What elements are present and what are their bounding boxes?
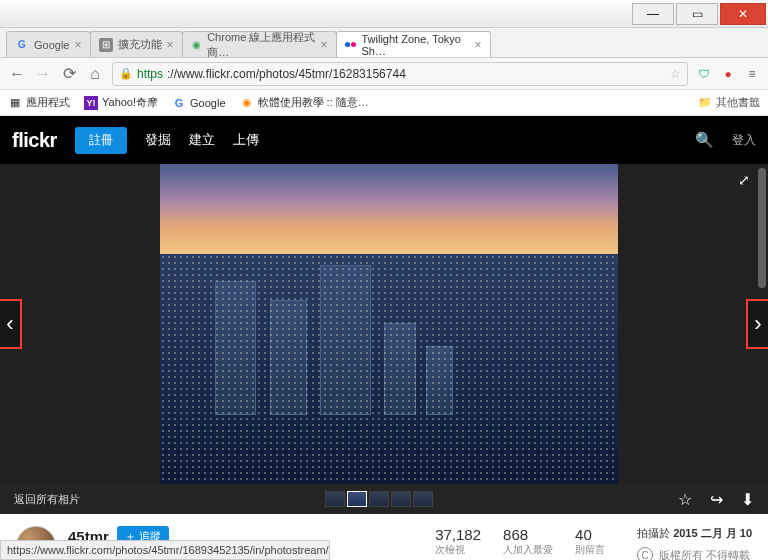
- bookmark-yahoo[interactable]: Y! Yahoo!奇摩: [84, 95, 158, 110]
- url-path: ://www.flickr.com/photos/45tmr/162831567…: [167, 67, 406, 81]
- copyright-icon: C: [637, 547, 653, 560]
- window-minimize-button[interactable]: —: [632, 3, 674, 25]
- browser-toolbar: ← → ⟳ ⌂ 🔒 https://www.flickr.com/photos/…: [0, 58, 768, 90]
- faves-count: 868: [503, 526, 553, 543]
- reload-button[interactable]: ⟳: [60, 64, 78, 83]
- extension-shield-icon[interactable]: 🛡: [696, 66, 712, 82]
- comments-label: 則留言: [575, 543, 605, 557]
- search-icon[interactable]: 🔍: [695, 131, 714, 149]
- forward-button[interactable]: →: [34, 65, 52, 83]
- login-link[interactable]: 登入: [732, 132, 756, 149]
- bookmarks-bar: ▦ 應用程式 Y! Yahoo!奇摩 G Google ◉ 軟體使用教學 :: …: [0, 90, 768, 116]
- next-photo-button[interactable]: ›: [746, 299, 768, 349]
- other-bookmarks-label: 其他書籤: [716, 95, 760, 110]
- bookmark-tutorial[interactable]: ◉ 軟體使用教學 :: 隨意…: [240, 95, 369, 110]
- tab-close-icon[interactable]: ×: [74, 38, 81, 52]
- flickr-header: flickr 註冊 發掘 建立 上傳 🔍 登入: [0, 116, 768, 164]
- views-count: 37,182: [435, 526, 481, 543]
- tab-label: Twilight Zone, Tokyo Sh…: [361, 33, 469, 57]
- bookmark-label: Google: [190, 97, 225, 109]
- vertical-scrollbar[interactable]: [758, 168, 766, 288]
- tab-close-icon[interactable]: ×: [475, 38, 482, 52]
- logo-text: flick: [12, 129, 50, 152]
- photo-stats: 37,182次檢視 868人加入最愛 40則留言: [435, 526, 605, 557]
- photo-thumbnail[interactable]: [391, 491, 411, 507]
- window-close-button[interactable]: ✕: [720, 3, 766, 25]
- chrome-favicon-icon: ◉: [191, 38, 203, 52]
- favorite-icon[interactable]: ☆: [678, 490, 692, 509]
- tab-close-icon[interactable]: ×: [321, 38, 328, 52]
- other-bookmarks[interactable]: 📁 其他書籤: [698, 95, 760, 110]
- google-favicon-icon: G: [15, 38, 29, 52]
- taken-date: 拍攝於 2015 二月 月 10: [637, 526, 752, 541]
- photo-thumbnail[interactable]: [325, 491, 345, 507]
- back-to-photos-link[interactable]: 返回所有相片: [14, 492, 80, 507]
- stage-toolbar: 返回所有相片 ☆ ↪ ⬇: [0, 484, 768, 514]
- fullscreen-icon[interactable]: ⤢: [738, 172, 750, 188]
- signup-button[interactable]: 註冊: [75, 127, 127, 154]
- tab-label: 擴充功能: [118, 37, 162, 52]
- tab-flickr-photo[interactable]: Twilight Zone, Tokyo Sh… ×: [336, 31, 491, 57]
- flickr-logo[interactable]: flickr: [12, 129, 57, 152]
- tab-google[interactable]: G Google ×: [6, 31, 91, 57]
- main-photo[interactable]: [160, 164, 618, 484]
- extension-favicon-icon: ⊞: [99, 38, 113, 52]
- apps-icon: ▦: [8, 96, 22, 110]
- nav-upload[interactable]: 上傳: [233, 131, 259, 149]
- window-title-bar: — ▭ ✕: [0, 0, 768, 28]
- folder-icon: 📁: [698, 96, 712, 109]
- tab-extensions[interactable]: ⊞ 擴充功能 ×: [90, 31, 183, 57]
- home-button[interactable]: ⌂: [86, 65, 104, 83]
- tab-chrome-store[interactable]: ◉ Chrome 線上應用程式商… ×: [182, 31, 337, 57]
- browser-status-bar: https://www.flickr.com/photos/45tmr/1689…: [0, 540, 330, 560]
- bookmark-star-icon[interactable]: ☆: [670, 67, 681, 81]
- photo-thumbnail[interactable]: [413, 491, 433, 507]
- browser-menu-button[interactable]: ≡: [744, 66, 760, 82]
- nav-create[interactable]: 建立: [189, 131, 215, 149]
- photo-thumbnail[interactable]: [347, 491, 367, 507]
- flickr-favicon-icon: [345, 38, 357, 52]
- tab-label: Chrome 線上應用程式商…: [207, 30, 315, 60]
- tab-label: Google: [34, 39, 69, 51]
- window-maximize-button[interactable]: ▭: [676, 3, 718, 25]
- yahoo-icon: Y!: [84, 96, 98, 110]
- download-icon[interactable]: ⬇: [741, 490, 754, 509]
- views-label: 次檢視: [435, 543, 481, 557]
- photo-thumbnail[interactable]: [369, 491, 389, 507]
- browser-tab-strip: G Google × ⊞ 擴充功能 × ◉ Chrome 線上應用程式商… × …: [0, 28, 768, 58]
- blog-icon: ◉: [240, 96, 254, 110]
- prev-photo-button[interactable]: ‹: [0, 299, 22, 349]
- photo-thumbnails: [325, 491, 433, 507]
- faves-label: 人加入最愛: [503, 543, 553, 557]
- photo-stage: ⤢ ‹ ›: [0, 164, 768, 484]
- rights-label: 版權所有 不得轉載: [659, 548, 750, 561]
- share-icon[interactable]: ↪: [710, 490, 723, 509]
- bookmark-google[interactable]: G Google: [172, 96, 225, 110]
- page-content: flickr 註冊 發掘 建立 上傳 🔍 登入 ⤢ ‹ › 返回所有相片: [0, 116, 768, 560]
- url-scheme: https: [137, 67, 163, 81]
- google-icon: G: [172, 96, 186, 110]
- rights-info[interactable]: C 版權所有 不得轉載: [637, 547, 752, 560]
- address-input[interactable]: 🔒 https://www.flickr.com/photos/45tmr/16…: [112, 62, 688, 86]
- bookmark-label: Yahoo!奇摩: [102, 95, 158, 110]
- tab-close-icon[interactable]: ×: [167, 38, 174, 52]
- nav-explore[interactable]: 發掘: [145, 131, 171, 149]
- back-button[interactable]: ←: [8, 65, 26, 83]
- extension-red-icon[interactable]: ●: [720, 66, 736, 82]
- lock-icon: 🔒: [119, 67, 133, 80]
- bookmark-label: 應用程式: [26, 95, 70, 110]
- bookmark-apps[interactable]: ▦ 應用程式: [8, 95, 70, 110]
- bookmark-label: 軟體使用教學 :: 隨意…: [258, 95, 369, 110]
- comments-count: 40: [575, 526, 605, 543]
